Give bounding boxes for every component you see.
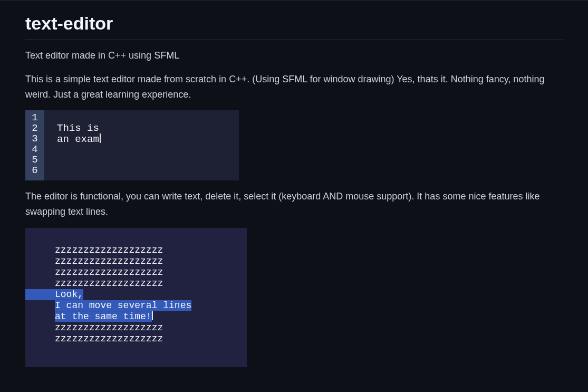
editor2-line: zzzzzzzzzzzzzzzzzzz — [25, 322, 191, 333]
editor2-line-text: zzzzzzzzzzzzzzzzzzz — [55, 333, 163, 344]
editor2-line: zzzzzzzzzzzzzzzzzzz — [25, 245, 191, 256]
editor1-linenum: 6 — [25, 165, 44, 176]
editor1-linenum: 5 — [25, 155, 44, 165]
editor1-line: an exam — [57, 133, 101, 144]
editor1-linenum: 2 — [25, 123, 44, 133]
editor2-line: zzzzzzzzzzzzzzzzzzz — [25, 256, 191, 267]
editor2-line-text: zzzzzzzzzzzzzzzzzzz — [55, 267, 163, 278]
editor-screenshot-1: 123456 This isan exam — [25, 110, 239, 180]
editor2-line-text: I can move several lines — [55, 300, 191, 311]
editor1-gutter: 123456 — [25, 110, 44, 180]
subtitle-text: Text editor made in C++ using SFML — [25, 48, 563, 63]
editor1-linenum: 4 — [25, 144, 44, 155]
editor2-content: zzzzzzzzzzzzzzzzzzzzzzzzzzzzzzzzzzzzzzzz… — [25, 245, 191, 345]
editor2-line: Look, — [25, 289, 191, 300]
editor2-line: zzzzzzzzzzzzzzzzzzz — [25, 267, 191, 278]
editor1-line: This is — [57, 123, 101, 133]
editor1-linenum: 1 — [25, 112, 44, 123]
editor1-linenum: 3 — [25, 133, 44, 144]
editor1-line — [57, 112, 101, 123]
readme-container: text-editor Text editor made in C++ usin… — [0, 13, 588, 367]
editor2-line-text: zzzzzzzzzzzzzzzzzzz — [55, 245, 163, 255]
text-cursor — [152, 311, 153, 322]
editor2-line: at the same time! — [25, 311, 191, 322]
text-cursor — [99, 133, 101, 145]
editor1-content: This isan exam — [44, 110, 101, 180]
editor2-line-text: zzzzzzzzzzzzzzzzzzz — [55, 278, 163, 289]
editor2-line-text: zzzzzzzzzzzzzzzzzzz — [55, 322, 163, 333]
intro-paragraph: This is a simple text editor made from s… — [25, 72, 563, 102]
page-title: text-editor — [25, 13, 563, 40]
editor2-line: zzzzzzzzzzzzzzzzzzz — [25, 333, 191, 345]
editor2-line: I can move several lines — [25, 300, 191, 311]
features-paragraph: The editor is functional, you can write … — [25, 189, 563, 219]
editor-screenshot-2: zzzzzzzzzzzzzzzzzzzzzzzzzzzzzzzzzzzzzzzz… — [25, 228, 247, 367]
editor2-line-text: Look, — [55, 289, 83, 300]
editor2-line-text: zzzzzzzzzzzzzzzzzzz — [55, 256, 163, 266]
editor2-line-text: at the same time! — [55, 311, 152, 322]
editor2-line: zzzzzzzzzzzzzzzzzzz — [25, 278, 191, 289]
